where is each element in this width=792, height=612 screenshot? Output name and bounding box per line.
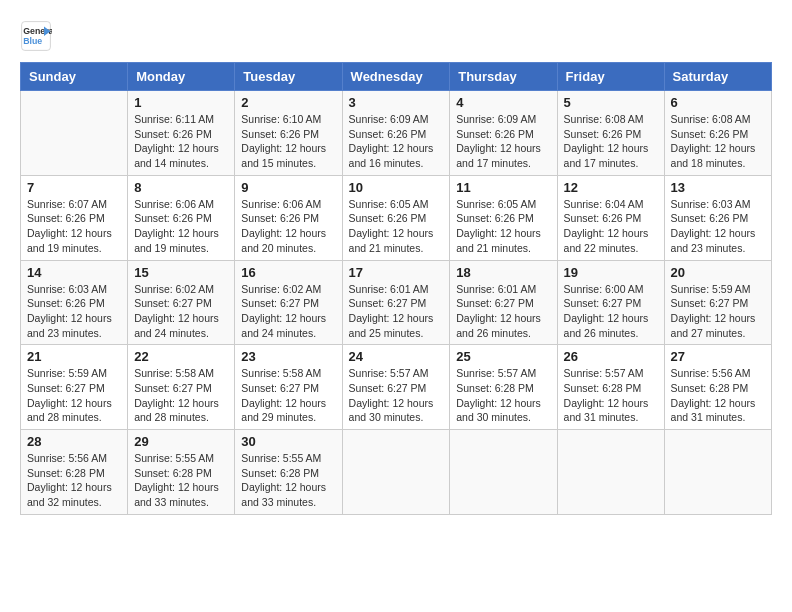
calendar-cell: 16Sunrise: 6:02 AM Sunset: 6:27 PM Dayli… [235,260,342,345]
day-number: 10 [349,180,444,195]
day-info: Sunrise: 5:58 AM Sunset: 6:27 PM Dayligh… [134,366,228,425]
day-info: Sunrise: 5:57 AM Sunset: 6:27 PM Dayligh… [349,366,444,425]
day-number: 7 [27,180,121,195]
day-info: Sunrise: 6:07 AM Sunset: 6:26 PM Dayligh… [27,197,121,256]
week-row-1: 1Sunrise: 6:11 AM Sunset: 6:26 PM Daylig… [21,91,772,176]
day-info: Sunrise: 6:11 AM Sunset: 6:26 PM Dayligh… [134,112,228,171]
calendar-cell: 10Sunrise: 6:05 AM Sunset: 6:26 PM Dayli… [342,175,450,260]
calendar-cell [557,430,664,515]
day-info: Sunrise: 6:04 AM Sunset: 6:26 PM Dayligh… [564,197,658,256]
day-number: 8 [134,180,228,195]
day-number: 18 [456,265,550,280]
day-info: Sunrise: 5:59 AM Sunset: 6:27 PM Dayligh… [671,282,765,341]
day-number: 1 [134,95,228,110]
day-info: Sunrise: 5:58 AM Sunset: 6:27 PM Dayligh… [241,366,335,425]
day-number: 29 [134,434,228,449]
column-header-monday: Monday [128,63,235,91]
day-info: Sunrise: 5:55 AM Sunset: 6:28 PM Dayligh… [241,451,335,510]
calendar-cell: 25Sunrise: 5:57 AM Sunset: 6:28 PM Dayli… [450,345,557,430]
calendar-cell: 19Sunrise: 6:00 AM Sunset: 6:27 PM Dayli… [557,260,664,345]
calendar-table: SundayMondayTuesdayWednesdayThursdayFrid… [20,62,772,515]
column-header-wednesday: Wednesday [342,63,450,91]
day-info: Sunrise: 6:01 AM Sunset: 6:27 PM Dayligh… [456,282,550,341]
day-info: Sunrise: 6:00 AM Sunset: 6:27 PM Dayligh… [564,282,658,341]
day-number: 30 [241,434,335,449]
calendar-cell: 11Sunrise: 6:05 AM Sunset: 6:26 PM Dayli… [450,175,557,260]
day-info: Sunrise: 5:59 AM Sunset: 6:27 PM Dayligh… [27,366,121,425]
calendar-cell: 24Sunrise: 5:57 AM Sunset: 6:27 PM Dayli… [342,345,450,430]
day-number: 5 [564,95,658,110]
column-header-friday: Friday [557,63,664,91]
page-header: General Blue [20,20,772,52]
calendar-cell: 5Sunrise: 6:08 AM Sunset: 6:26 PM Daylig… [557,91,664,176]
calendar-cell: 8Sunrise: 6:06 AM Sunset: 6:26 PM Daylig… [128,175,235,260]
week-row-3: 14Sunrise: 6:03 AM Sunset: 6:26 PM Dayli… [21,260,772,345]
day-number: 25 [456,349,550,364]
day-info: Sunrise: 5:57 AM Sunset: 6:28 PM Dayligh… [564,366,658,425]
day-number: 21 [27,349,121,364]
column-header-sunday: Sunday [21,63,128,91]
calendar-cell: 2Sunrise: 6:10 AM Sunset: 6:26 PM Daylig… [235,91,342,176]
calendar-cell [21,91,128,176]
day-number: 26 [564,349,658,364]
day-number: 12 [564,180,658,195]
calendar-cell: 1Sunrise: 6:11 AM Sunset: 6:26 PM Daylig… [128,91,235,176]
day-number: 9 [241,180,335,195]
day-info: Sunrise: 6:02 AM Sunset: 6:27 PM Dayligh… [241,282,335,341]
day-info: Sunrise: 6:05 AM Sunset: 6:26 PM Dayligh… [456,197,550,256]
calendar-cell: 22Sunrise: 5:58 AM Sunset: 6:27 PM Dayli… [128,345,235,430]
day-info: Sunrise: 6:08 AM Sunset: 6:26 PM Dayligh… [671,112,765,171]
day-number: 2 [241,95,335,110]
day-number: 13 [671,180,765,195]
calendar-cell: 13Sunrise: 6:03 AM Sunset: 6:26 PM Dayli… [664,175,771,260]
calendar-cell: 12Sunrise: 6:04 AM Sunset: 6:26 PM Dayli… [557,175,664,260]
day-info: Sunrise: 6:06 AM Sunset: 6:26 PM Dayligh… [134,197,228,256]
day-number: 11 [456,180,550,195]
day-number: 14 [27,265,121,280]
day-number: 6 [671,95,765,110]
day-number: 23 [241,349,335,364]
calendar-cell: 14Sunrise: 6:03 AM Sunset: 6:26 PM Dayli… [21,260,128,345]
day-number: 4 [456,95,550,110]
day-info: Sunrise: 6:03 AM Sunset: 6:26 PM Dayligh… [671,197,765,256]
column-header-thursday: Thursday [450,63,557,91]
calendar-cell [664,430,771,515]
day-number: 3 [349,95,444,110]
day-info: Sunrise: 6:03 AM Sunset: 6:26 PM Dayligh… [27,282,121,341]
calendar-cell: 28Sunrise: 5:56 AM Sunset: 6:28 PM Dayli… [21,430,128,515]
calendar-cell: 29Sunrise: 5:55 AM Sunset: 6:28 PM Dayli… [128,430,235,515]
calendar-cell: 6Sunrise: 6:08 AM Sunset: 6:26 PM Daylig… [664,91,771,176]
day-number: 28 [27,434,121,449]
calendar-cell [450,430,557,515]
day-info: Sunrise: 5:55 AM Sunset: 6:28 PM Dayligh… [134,451,228,510]
calendar-cell [342,430,450,515]
calendar-cell: 23Sunrise: 5:58 AM Sunset: 6:27 PM Dayli… [235,345,342,430]
calendar-cell: 20Sunrise: 5:59 AM Sunset: 6:27 PM Dayli… [664,260,771,345]
logo: General Blue [20,20,56,52]
week-row-5: 28Sunrise: 5:56 AM Sunset: 6:28 PM Dayli… [21,430,772,515]
calendar-cell: 27Sunrise: 5:56 AM Sunset: 6:28 PM Dayli… [664,345,771,430]
day-info: Sunrise: 6:08 AM Sunset: 6:26 PM Dayligh… [564,112,658,171]
day-info: Sunrise: 6:05 AM Sunset: 6:26 PM Dayligh… [349,197,444,256]
calendar-cell: 15Sunrise: 6:02 AM Sunset: 6:27 PM Dayli… [128,260,235,345]
calendar-cell: 17Sunrise: 6:01 AM Sunset: 6:27 PM Dayli… [342,260,450,345]
column-header-tuesday: Tuesday [235,63,342,91]
day-info: Sunrise: 5:56 AM Sunset: 6:28 PM Dayligh… [27,451,121,510]
calendar-body: 1Sunrise: 6:11 AM Sunset: 6:26 PM Daylig… [21,91,772,515]
day-info: Sunrise: 5:57 AM Sunset: 6:28 PM Dayligh… [456,366,550,425]
calendar-cell: 21Sunrise: 5:59 AM Sunset: 6:27 PM Dayli… [21,345,128,430]
day-info: Sunrise: 6:06 AM Sunset: 6:26 PM Dayligh… [241,197,335,256]
calendar-cell: 9Sunrise: 6:06 AM Sunset: 6:26 PM Daylig… [235,175,342,260]
day-number: 24 [349,349,444,364]
day-number: 17 [349,265,444,280]
calendar-cell: 3Sunrise: 6:09 AM Sunset: 6:26 PM Daylig… [342,91,450,176]
calendar-cell: 30Sunrise: 5:55 AM Sunset: 6:28 PM Dayli… [235,430,342,515]
day-number: 20 [671,265,765,280]
day-info: Sunrise: 5:56 AM Sunset: 6:28 PM Dayligh… [671,366,765,425]
column-header-saturday: Saturday [664,63,771,91]
day-info: Sunrise: 6:01 AM Sunset: 6:27 PM Dayligh… [349,282,444,341]
day-info: Sunrise: 6:09 AM Sunset: 6:26 PM Dayligh… [349,112,444,171]
day-info: Sunrise: 6:09 AM Sunset: 6:26 PM Dayligh… [456,112,550,171]
week-row-2: 7Sunrise: 6:07 AM Sunset: 6:26 PM Daylig… [21,175,772,260]
calendar-cell: 7Sunrise: 6:07 AM Sunset: 6:26 PM Daylig… [21,175,128,260]
